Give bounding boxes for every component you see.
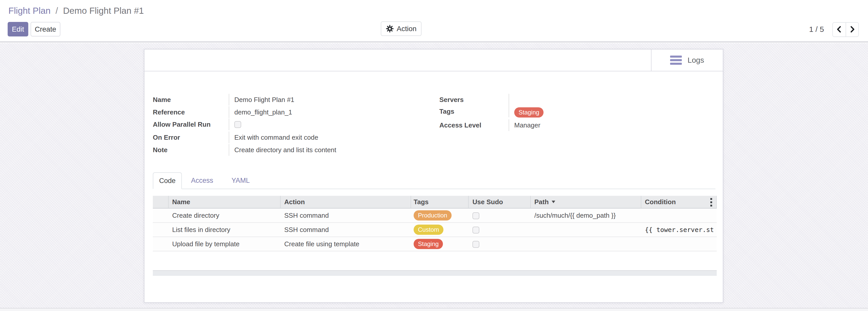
field-label-reference: Reference xyxy=(153,106,229,118)
tab-yaml[interactable]: YAML xyxy=(222,172,259,189)
breadcrumb: Flight Plan / Demo Flight Plan #1 xyxy=(8,6,144,16)
field-label-access-level: Access Level xyxy=(439,119,509,131)
cell-path xyxy=(531,237,641,251)
cell-path: /such/much/{{ demo_path }} xyxy=(531,208,641,222)
sort-desc-caret-icon xyxy=(552,201,555,203)
field-row-access-level: Access Level Manager xyxy=(439,119,694,132)
tag-badge-production: Production xyxy=(414,210,452,221)
pager xyxy=(832,22,859,37)
tab-code[interactable]: Code xyxy=(153,172,182,189)
form-view-background: Logs Name Demo Flight Plan #1 Reference … xyxy=(0,43,868,308)
field-label-note: Note xyxy=(153,144,229,156)
cell-path xyxy=(531,223,641,236)
cell-name: Create directory xyxy=(168,208,281,222)
notebook-tabs: Code Access YAML xyxy=(153,172,715,189)
control-panel: Flight Plan / Demo Flight Plan #1 Edit C… xyxy=(0,0,868,42)
field-value-reference: demo_flight_plan_1 xyxy=(229,106,292,118)
cell-condition xyxy=(641,237,717,251)
column-header-handle xyxy=(153,196,168,208)
breadcrumb-current: Demo Flight Plan #1 xyxy=(63,6,144,16)
field-label-name: Name xyxy=(153,94,229,106)
table-row-upload-file[interactable]: Upload file by template Create file usin… xyxy=(153,237,717,251)
cell-name: List files in directory xyxy=(168,223,281,236)
tag-badge-staging-row: Staging xyxy=(414,239,443,249)
field-row-on-error: On Error Exit with command exit code xyxy=(153,132,428,144)
bottom-edge xyxy=(0,308,868,311)
table-row-create-directory[interactable]: Create directory SSH command Production … xyxy=(153,208,717,223)
field-row-tags: Tags Staging xyxy=(439,106,694,119)
cell-name: Upload file by template xyxy=(168,237,281,251)
row-handle-cell xyxy=(153,237,168,251)
table-header-row: Name Action Tags Use Sudo Path Condition xyxy=(153,196,717,208)
cell-action: SSH command xyxy=(281,223,411,236)
form-sheet: Logs Name Demo Flight Plan #1 Reference … xyxy=(144,49,723,303)
column-header-name[interactable]: Name xyxy=(168,196,281,208)
logs-button-label: Logs xyxy=(687,56,704,64)
breadcrumb-separator: / xyxy=(56,6,58,16)
column-header-condition[interactable]: Condition xyxy=(641,196,717,208)
cell-condition: {{ tower.server.st xyxy=(641,223,717,236)
column-header-tags[interactable]: Tags xyxy=(411,196,469,208)
field-row-name: Name Demo Flight Plan #1 xyxy=(153,94,428,106)
optional-columns-toggle-icon[interactable] xyxy=(708,198,714,206)
action-button-label: Action xyxy=(397,25,417,33)
field-group-left: Name Demo Flight Plan #1 Reference demo_… xyxy=(153,94,428,156)
field-label-on-error: On Error xyxy=(153,132,229,143)
stat-button-box: Logs xyxy=(145,50,723,72)
cell-condition xyxy=(641,208,717,222)
cell-action: SSH command xyxy=(281,208,411,222)
gear-icon xyxy=(386,25,394,33)
field-value-name: Demo Flight Plan #1 xyxy=(229,94,294,106)
field-row-servers: Servers xyxy=(439,94,694,106)
chevron-left-icon xyxy=(836,26,843,34)
tag-badge-staging: Staging xyxy=(514,107,544,117)
use-sudo-checkbox[interactable] xyxy=(472,241,479,248)
column-header-path[interactable]: Path xyxy=(531,196,641,208)
create-button[interactable]: Create xyxy=(31,22,60,36)
logs-bars-icon xyxy=(670,56,682,65)
odoo-flight-plan-form: Flight Plan / Demo Flight Plan #1 Edit C… xyxy=(0,0,868,311)
field-row-allow-parallel-run: Allow Parallel Run xyxy=(153,118,428,132)
field-value-access-level: Manager xyxy=(509,119,540,131)
pager-previous-button[interactable] xyxy=(833,23,845,36)
horizontal-scrollbar[interactable] xyxy=(153,270,717,276)
field-label-allow-parallel-run: Allow Parallel Run xyxy=(153,118,229,130)
cell-action: Create file using template xyxy=(281,237,411,251)
field-value-on-error: Exit with command exit code xyxy=(229,132,318,143)
logs-button[interactable]: Logs xyxy=(651,50,723,71)
row-handle-cell xyxy=(153,208,168,222)
field-label-tags: Tags xyxy=(439,106,509,117)
field-label-servers: Servers xyxy=(439,94,509,106)
use-sudo-checkbox[interactable] xyxy=(472,213,479,219)
use-sudo-checkbox[interactable] xyxy=(472,227,479,233)
pager-value: 1 / 5 xyxy=(807,25,826,34)
row-handle-cell xyxy=(153,223,168,236)
column-header-action[interactable]: Action xyxy=(281,196,411,208)
chevron-right-icon xyxy=(849,26,856,34)
field-row-reference: Reference demo_flight_plan_1 xyxy=(153,106,428,119)
pager-next-button[interactable] xyxy=(845,23,858,36)
allow-parallel-run-checkbox[interactable] xyxy=(234,121,241,128)
field-group-right: Servers Tags Staging Access Level Manage… xyxy=(439,94,694,132)
field-value-servers xyxy=(509,94,514,97)
tab-access[interactable]: Access xyxy=(182,172,222,189)
edit-button[interactable]: Edit xyxy=(8,22,28,36)
commands-table: Name Action Tags Use Sudo Path Condition… xyxy=(153,196,717,251)
breadcrumb-parent-link[interactable]: Flight Plan xyxy=(8,6,51,16)
field-row-note: Note Create directory and list its conte… xyxy=(153,144,428,157)
field-value-note: Create directory and list its content xyxy=(229,144,336,156)
action-button[interactable]: Action xyxy=(381,21,422,36)
column-header-use-sudo[interactable]: Use Sudo xyxy=(469,196,531,208)
table-row-list-files[interactable]: List files in directory SSH command Cust… xyxy=(153,223,717,237)
tag-badge-custom: Custom xyxy=(414,225,443,235)
